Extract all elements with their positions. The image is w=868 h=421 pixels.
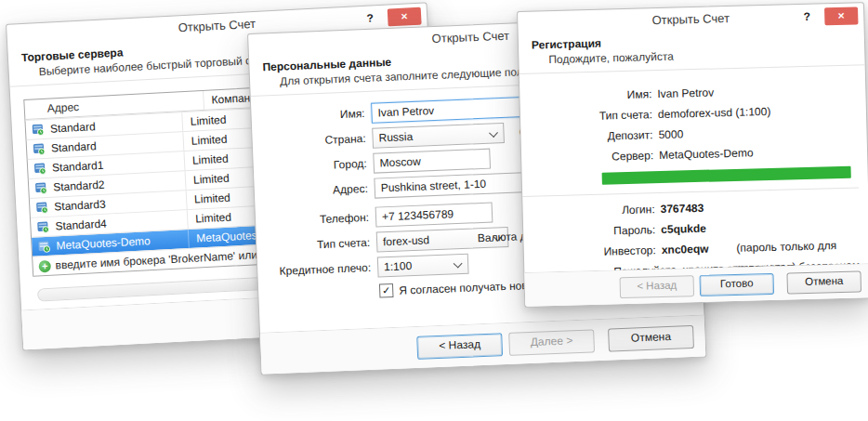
name-label: Имя:	[268, 107, 364, 124]
server-icon	[33, 162, 47, 176]
server-icon	[33, 142, 46, 156]
back-button[interactable]: < Назад	[620, 275, 695, 298]
server-icon	[35, 201, 49, 215]
close-icon: ×	[838, 9, 845, 22]
server-name: Standard	[47, 117, 96, 138]
newsletter-checkbox[interactable]: ✓	[379, 283, 394, 298]
account-type-value: forex-usd	[383, 233, 430, 248]
investor-label: Инвестор:	[524, 240, 657, 264]
help-button[interactable]: ?	[798, 5, 816, 29]
back-button[interactable]: < Назад	[416, 333, 503, 360]
server-name: Standard3	[52, 195, 106, 217]
server-name: Standard1	[50, 156, 104, 178]
close-button[interactable]: ×	[824, 7, 858, 25]
server-icon	[36, 220, 50, 234]
server-icon	[34, 181, 48, 195]
server-name: Standard	[49, 137, 98, 158]
summary-value: 5000	[658, 124, 683, 145]
phone-label: Телефон:	[272, 211, 369, 228]
login-value: 3767483	[660, 198, 704, 219]
summary-label: Сервер:	[521, 145, 654, 169]
window-title: Открыть Счет	[651, 11, 730, 27]
next-button[interactable]: Далее >	[508, 329, 595, 356]
window-title: Открыть Счет	[431, 29, 509, 46]
cancel-button[interactable]: Отмена	[608, 324, 694, 351]
country-label: Страна:	[269, 132, 365, 149]
server-name: Standard2	[51, 176, 105, 197]
leverage-label: Кредитное плечо:	[274, 261, 371, 278]
city-label: Город:	[270, 157, 367, 174]
summary-value: demoforex-usd (1:100)	[658, 101, 771, 125]
finish-button[interactable]: Готово	[699, 272, 774, 296]
server-icon	[32, 123, 46, 137]
close-icon: ×	[401, 9, 408, 22]
country-value: Russia	[378, 130, 413, 144]
chevron-down-icon	[454, 259, 463, 269]
cancel-button[interactable]: Отмена	[786, 270, 861, 294]
server-icon	[37, 240, 51, 254]
server-name: Standard4	[53, 215, 107, 236]
leverage-select[interactable]: 1:100	[377, 254, 469, 278]
dialog-registration: Открыть Счет ? × Регистрация Подождите, …	[517, 2, 868, 308]
investor-value: xnc0eqw	[661, 239, 708, 260]
add-icon: +	[38, 259, 51, 272]
window-title: Открыть Счет	[178, 17, 256, 34]
check-icon: ✓	[382, 284, 391, 296]
help-button[interactable]: ?	[362, 6, 379, 31]
account-type-label: Тип счета:	[273, 236, 370, 253]
investor-note: (пароль только для просмотра)	[736, 234, 861, 257]
registration-summary: Имя: Ivan Petrov Тип счета: demoforex-us…	[519, 65, 868, 294]
password-value: c5qukde	[661, 218, 706, 240]
summary-value: MetaQuotes-Demo	[659, 142, 754, 165]
registration-progress-bar	[602, 166, 851, 185]
address-label: Адрес:	[271, 182, 368, 199]
summary-value: Ivan Petrov	[657, 82, 714, 104]
leverage-value: 1:100	[384, 259, 413, 273]
dialog-footer: < Назад Далее > Отмена	[260, 315, 705, 375]
close-button[interactable]: ×	[388, 7, 422, 27]
